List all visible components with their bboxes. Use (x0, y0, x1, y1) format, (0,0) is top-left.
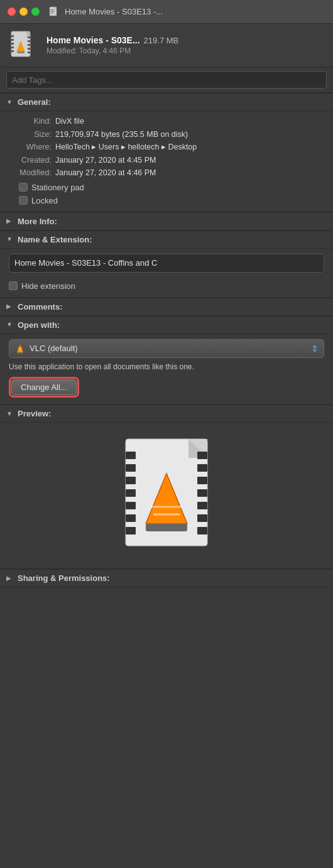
stationery-pad-row: Stationery pad (19, 183, 324, 192)
svg-rect-17 (28, 40, 30, 42)
tags-section (0, 67, 333, 93)
maximize-button[interactable] (31, 8, 40, 16)
traffic-lights (8, 8, 40, 16)
comments-section-title: Comments: (18, 302, 63, 312)
svg-rect-22 (17, 352, 23, 354)
open-with-section-title: Open with: (18, 320, 60, 330)
open-with-arrow-icon (6, 320, 15, 329)
general-section-body: Kind: DivX file Size: 219,709,974 bytes … (0, 111, 333, 212)
comments-arrow-icon (6, 302, 15, 311)
size-value: 219,709,974 bytes (235.5 MB on disk) (55, 129, 324, 141)
svg-rect-16 (28, 36, 30, 38)
more-info-section-title: More Info: (18, 217, 57, 226)
modified-row: Modified: January 27, 2020 at 4:46 PM (9, 168, 324, 179)
svg-rect-36 (197, 464, 207, 472)
general-arrow-icon (6, 98, 15, 107)
sharing-permissions-arrow-icon (6, 574, 15, 583)
tags-input[interactable] (6, 71, 327, 89)
hide-extension-checkbox[interactable] (9, 281, 18, 290)
svg-rect-11 (11, 35, 14, 37)
svg-rect-45 (146, 524, 187, 531)
svg-rect-28 (126, 452, 136, 459)
open-with-description: Use this application to open all documen… (9, 362, 324, 372)
sharing-permissions-section-header[interactable]: Sharing & Permissions: (0, 569, 333, 587)
locked-label: Locked (31, 196, 58, 205)
general-section-title: General: (18, 97, 51, 107)
created-row: Created: January 27, 2020 at 4:45 PM (9, 155, 324, 166)
close-button[interactable] (8, 8, 16, 16)
file-modified: Modified: Today, 4:46 PM (46, 46, 324, 55)
where-label: Where: (9, 142, 52, 151)
svg-rect-40 (197, 514, 207, 522)
hide-extension-row: Hide extension (9, 281, 324, 291)
file-info: Home Movies - S03E...219.7 MB Modified: … (46, 35, 324, 55)
svg-rect-30 (126, 477, 136, 484)
created-value: January 27, 2020 at 4:45 PM (55, 155, 324, 166)
kind-label: Kind: (9, 116, 52, 126)
minimize-button[interactable] (19, 8, 28, 16)
change-all-wrapper: Change All... (9, 377, 79, 398)
dropdown-arrows-icon: ⇕ (311, 344, 319, 354)
name-extension-section-title: Name & Extension: (18, 235, 92, 244)
sharing-permissions-section-title: Sharing & Permissions: (18, 573, 110, 583)
title-bar: Home Movies - S03E13 -... (0, 0, 333, 24)
svg-rect-15 (11, 50, 14, 52)
svg-rect-41 (197, 527, 207, 534)
preview-section-body (0, 423, 333, 569)
svg-rect-31 (126, 489, 136, 497)
size-label: Size: (9, 129, 52, 139)
where-row: Where: HelloTech ▸ Users ▸ hellotech ▸ D… (9, 142, 324, 153)
open-with-section-body: VLC (default) ⇕ Use this application to … (0, 334, 333, 405)
svg-rect-35 (197, 452, 207, 459)
open-with-dropdown[interactable]: VLC (default) ⇕ (9, 339, 324, 358)
window-title: Home Movies - S03E13 -... (65, 7, 163, 16)
vlc-app-icon (14, 343, 26, 354)
svg-rect-33 (126, 514, 136, 522)
locked-checkbox[interactable] (19, 196, 28, 205)
change-all-button[interactable]: Change All... (11, 379, 77, 395)
open-with-app-info: VLC (default) (14, 343, 78, 354)
svg-rect-29 (126, 464, 136, 472)
svg-rect-3 (50, 9, 55, 10)
preview-arrow-icon (6, 410, 15, 418)
kind-row: Kind: DivX file (9, 116, 324, 127)
more-info-arrow-icon (6, 217, 15, 225)
modified-label: Modified: (9, 168, 52, 177)
file-name: Home Movies - S03E... (46, 35, 140, 45)
name-extension-arrow-icon (6, 235, 15, 244)
general-section-header[interactable]: General: (0, 93, 333, 111)
comments-section-header[interactable]: Comments: (0, 298, 333, 316)
preview-image (113, 433, 220, 558)
svg-rect-39 (197, 502, 207, 509)
file-header: Home Movies - S03E...219.7 MB Modified: … (0, 24, 333, 67)
modified-value: January 27, 2020 at 4:46 PM (55, 168, 324, 179)
file-icon-large (9, 30, 39, 60)
filename-input[interactable] (9, 254, 324, 273)
svg-rect-37 (197, 477, 207, 484)
more-info-section-header[interactable]: More Info: (0, 212, 333, 231)
where-value: HelloTech ▸ Users ▸ hellotech ▸ Desktop (55, 142, 324, 153)
locked-row: Locked (19, 196, 324, 205)
svg-rect-13 (11, 43, 14, 45)
svg-rect-12 (11, 39, 14, 41)
open-with-section-header[interactable]: Open with: (0, 316, 333, 334)
svg-rect-10 (17, 52, 25, 53)
kind-value: DivX file (55, 116, 324, 127)
svg-rect-20 (28, 52, 30, 53)
svg-rect-32 (126, 502, 136, 509)
svg-rect-14 (11, 46, 14, 48)
open-with-app-name: VLC (default) (30, 344, 78, 353)
size-row: Size: 219,709,974 bytes (235.5 MB on dis… (9, 129, 324, 141)
svg-marker-21 (17, 345, 23, 352)
title-file-icon (48, 6, 60, 18)
svg-rect-19 (28, 48, 30, 50)
svg-rect-38 (197, 489, 207, 497)
svg-rect-4 (50, 11, 55, 11)
stationery-pad-checkbox[interactable] (19, 183, 28, 192)
name-extension-section-header[interactable]: Name & Extension: (0, 231, 333, 249)
preview-section-header[interactable]: Preview: (0, 404, 333, 423)
name-extension-section-body: Hide extension (0, 249, 333, 298)
stationery-pad-label: Stationery pad (31, 183, 84, 192)
created-label: Created: (9, 155, 52, 165)
svg-rect-18 (28, 44, 30, 46)
